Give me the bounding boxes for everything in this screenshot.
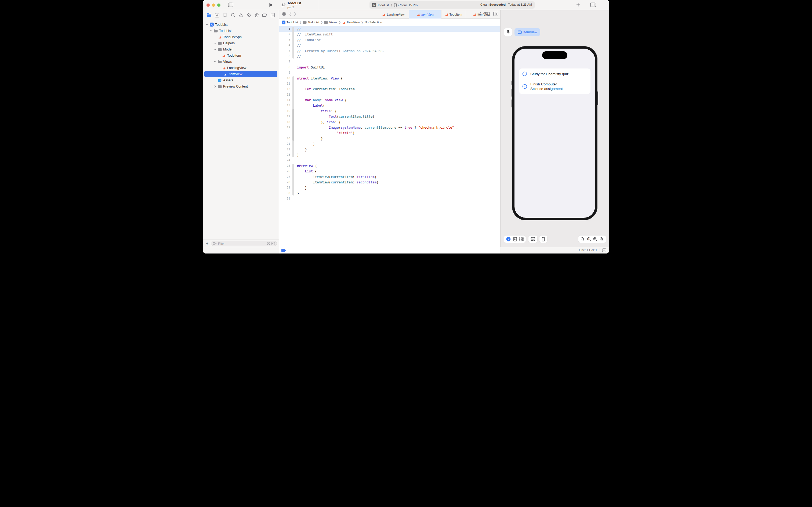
code-line-2[interactable]: 2// ItemView.swift (279, 32, 500, 37)
code-line-30[interactable]: 30} (279, 191, 500, 196)
code-line-24[interactable]: 24 (279, 158, 500, 163)
code-line-15[interactable]: 15 Label( (279, 103, 500, 108)
breakpoint-navigator-icon[interactable] (263, 13, 267, 17)
jumpbar-item-itemview[interactable]: ItemView (347, 21, 359, 24)
code-line-20[interactable]: 20 } (279, 136, 500, 141)
code-line-13[interactable]: 13 (279, 92, 500, 98)
run-button[interactable] (269, 3, 273, 8)
debug-navigator-icon[interactable] (254, 13, 259, 17)
code-line-17[interactable]: 17 Text(currentItem.title) (279, 114, 500, 119)
related-items-icon[interactable] (282, 12, 286, 17)
code-line-wrap[interactable]: "circle") (279, 130, 500, 135)
tree-item-preview-content[interactable]: Preview Content (203, 83, 279, 90)
tab-todoitem-2[interactable]: TodoItem (442, 10, 465, 18)
chevron-down-icon[interactable] (206, 23, 209, 26)
recents-clock-icon[interactable] (267, 242, 270, 245)
device-settings-button[interactable] (531, 237, 535, 241)
editor-options-icon[interactable] (484, 12, 490, 17)
code-line-12[interactable]: 12 let currentItem: TodoItem (279, 87, 500, 92)
add-file-button[interactable]: ＋ (205, 241, 209, 246)
toggle-navigator-icon[interactable] (228, 2, 233, 7)
tree-item-todolist[interactable]: ATodoList (203, 21, 279, 27)
code-line-3[interactable]: 3// TodoList (279, 37, 500, 43)
tree-item-todolist[interactable]: TodoList (203, 27, 279, 34)
preview-tab[interactable]: ItemView (515, 28, 540, 36)
swap-editor-icon[interactable] (477, 12, 482, 17)
code-line-31[interactable]: 31 (279, 196, 500, 202)
selectable-mode-button[interactable] (513, 237, 517, 241)
code-line-27[interactable]: 27 ItemView(currentItem: firstItem) (279, 174, 500, 180)
tree-item-model[interactable]: Model (203, 46, 279, 52)
code-area[interactable]: 1//2// ItemView.swift3// TodoList4//5// … (279, 26, 500, 241)
find-navigator-icon[interactable] (231, 13, 235, 17)
jumpbar-item-no-selection[interactable]: No Selection (365, 21, 382, 24)
tree-item-todoitem[interactable]: TodoItem (203, 52, 279, 59)
tree-item-landingview[interactable]: LandingView (203, 65, 279, 71)
chevron-down-icon[interactable] (210, 29, 213, 32)
tree-item-itemview[interactable]: ItemView (205, 71, 277, 77)
code-line-8[interactable]: 8import SwiftUI (279, 65, 500, 70)
chevron-down-icon[interactable] (214, 60, 217, 63)
jumpbar-item-todolist[interactable]: TodoList (308, 21, 319, 24)
jumpbar-item-views[interactable]: Views (329, 21, 337, 24)
project-navigator-icon[interactable] (207, 13, 212, 17)
code-line-16[interactable]: 16 title: { (279, 109, 500, 114)
chevron-right-icon[interactable] (214, 85, 217, 88)
chevron-down-icon[interactable] (214, 48, 217, 51)
pin-preview-button[interactable] (504, 28, 512, 36)
code-line-1[interactable]: 1// (279, 26, 500, 32)
code-line-14[interactable]: 14 var body: some View { (279, 98, 500, 103)
run-destination[interactable]: iPhone 15 Pro (398, 3, 417, 7)
zoom-window-button[interactable] (217, 3, 221, 7)
close-window-button[interactable] (207, 3, 210, 7)
live-preview-button[interactable] (506, 237, 511, 241)
test-navigator-icon[interactable] (246, 13, 251, 17)
code-line-5[interactable]: 5// Created by Russell Gordon on 2024-04… (279, 48, 500, 54)
preview-device-button[interactable] (542, 237, 545, 241)
minimize-window-button[interactable] (212, 3, 215, 7)
code-line-11[interactable]: 11 (279, 81, 500, 87)
code-line-29[interactable]: 29 } (279, 185, 500, 190)
code-line-10[interactable]: 10struct ItemView: View { (279, 76, 500, 81)
source-control-navigator-icon[interactable] (215, 13, 220, 17)
split-editor-icon[interactable] (493, 12, 499, 17)
code-line-23[interactable]: 23} (279, 152, 500, 158)
chevron-down-icon[interactable] (214, 42, 217, 45)
code-line-19[interactable]: 19 Image(systemName: currentItem.done ==… (279, 125, 500, 130)
add-editor-plus-icon[interactable] (576, 2, 581, 8)
issue-navigator-icon[interactable] (238, 13, 243, 17)
breakpoint-tag-icon[interactable] (281, 249, 286, 252)
code-line-21[interactable]: 21 ) (279, 141, 500, 147)
code-line-18[interactable]: 18 }, icon: { (279, 119, 500, 125)
jumpbar-item-todolist[interactable]: TodoList (287, 21, 298, 24)
code-line-9[interactable]: 9 (279, 70, 500, 75)
code-line-26[interactable]: 26 List { (279, 169, 500, 174)
zoom-out-icon[interactable] (581, 237, 585, 241)
bottom-panel-icon[interactable] (602, 248, 606, 253)
plus-minus-filter-icon[interactable] (272, 242, 275, 245)
scheme-name[interactable]: TodoList (377, 3, 389, 7)
tab-itemview-1[interactable]: ItemView (409, 10, 442, 18)
zoom-100-icon[interactable]: 1 (587, 237, 591, 241)
code-line-4[interactable]: 4// (279, 43, 500, 48)
variants-mode-button[interactable] (519, 237, 524, 241)
code-line-22[interactable]: 22 } (279, 147, 500, 152)
filter-field[interactable]: Filter (211, 241, 277, 246)
tab-landingview-0[interactable]: LandingView (378, 10, 409, 18)
code-line-6[interactable]: 6// (279, 54, 500, 59)
report-navigator-icon[interactable] (270, 13, 275, 17)
tree-item-views[interactable]: Views (203, 59, 279, 65)
code-line-28[interactable]: 28 ItemView(currentItem: secondItem) (279, 180, 500, 185)
code-line-7[interactable]: 7 (279, 59, 500, 64)
go-forward-icon[interactable] (294, 12, 296, 17)
zoom-fit-icon[interactable] (593, 237, 597, 241)
activity-view[interactable]: A TodoList ❯ iPhone 15 Pro Clean Succeed… (369, 1, 535, 9)
go-back-icon[interactable] (289, 12, 292, 17)
tree-item-helpers[interactable]: Helpers (203, 40, 279, 46)
toggle-inspector-icon[interactable] (590, 2, 596, 8)
zoom-in-icon[interactable] (599, 237, 604, 241)
tree-item-assets[interactable]: Assets (203, 77, 279, 83)
tree-item-todolistapp[interactable]: TodoListApp (203, 34, 279, 40)
code-line-25[interactable]: 25#Preview { (279, 163, 500, 169)
bookmark-navigator-icon[interactable] (223, 13, 227, 17)
